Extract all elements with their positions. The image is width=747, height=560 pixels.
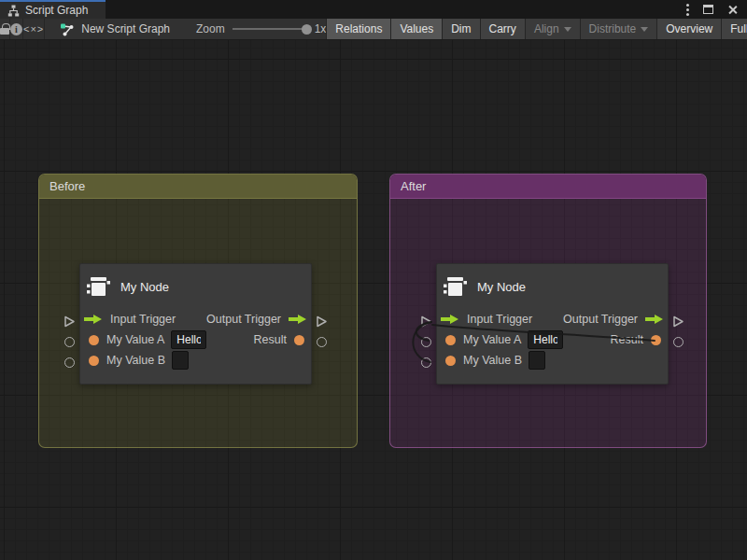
value-b-input[interactable] [172, 351, 189, 370]
toggle-dim-button[interactable]: Dim [442, 19, 479, 39]
code-brackets-icon: <×> [23, 23, 44, 35]
node-header[interactable]: My Node [437, 264, 668, 309]
value-input-port-icon[interactable] [89, 356, 99, 366]
value-input-connector-icon[interactable] [421, 337, 431, 347]
script-graph-icon [7, 5, 20, 17]
graph-asset-icon [60, 22, 75, 36]
group-title: Before [49, 179, 85, 193]
relations-label: Relations [335, 22, 382, 35]
chevron-down-icon [564, 27, 571, 32]
value-a-label: My Value A [463, 333, 521, 346]
result-label: Result [611, 333, 643, 346]
node-my-node-after[interactable]: My Node Input Trigger Output Trigger My … [436, 263, 669, 385]
window-tab-bar: Script Graph [0, 0, 747, 19]
node-title: My Node [120, 280, 169, 294]
zoom-value: 1x [315, 22, 327, 35]
zoom-slider-knob[interactable] [302, 24, 312, 35]
value-a-port-row: My Value A Result [80, 329, 311, 350]
value-b-port-row: My Value B [80, 350, 311, 371]
graph-name-label: New Script Graph [81, 22, 170, 35]
node-my-node-before[interactable]: My Node Input Trigger Output Trigger My … [79, 263, 312, 385]
value-b-label: My Value B [463, 354, 522, 367]
toggle-values-button[interactable]: Values [390, 19, 442, 39]
overview-button[interactable]: Overview [656, 19, 721, 39]
value-b-port-row: My Value B [437, 350, 668, 371]
value-b-label: My Value B [106, 354, 165, 367]
control-input-connector-icon[interactable] [420, 315, 432, 328]
value-a-port-row: My Value A Result [437, 329, 668, 350]
carry-label: Carry [489, 22, 516, 35]
zoom-slider[interactable] [233, 28, 307, 30]
tab-title: Script Graph [25, 4, 88, 17]
unit-node-icon [443, 274, 467, 299]
maximize-icon[interactable] [703, 5, 713, 14]
value-input-port-icon[interactable] [445, 335, 456, 345]
edit-graph-button[interactable]: <×> [23, 19, 45, 39]
group-title: After [401, 179, 426, 193]
node-header[interactable]: My Node [80, 264, 311, 309]
value-input-connector-icon[interactable] [64, 337, 75, 347]
toggle-carry-button[interactable]: Carry [480, 19, 525, 39]
values-label: Values [400, 22, 433, 35]
lock-graph-button[interactable] [0, 19, 10, 39]
value-b-input[interactable] [529, 351, 545, 370]
window-menu-icon[interactable] [686, 8, 689, 11]
graph-info-button[interactable] [10, 19, 23, 39]
chevron-down-icon [641, 27, 648, 32]
zoom-control: Zoom 1x [196, 19, 326, 39]
control-in-label: Input Trigger [110, 313, 176, 326]
value-input-connector-icon[interactable] [421, 357, 431, 368]
value-a-input[interactable] [171, 330, 206, 349]
fullscreen-button[interactable]: Full Screen [721, 19, 747, 39]
value-output-connector-icon[interactable] [317, 337, 327, 347]
toggle-relations-button[interactable]: Relations [326, 19, 390, 39]
value-a-label: My Value A [106, 333, 164, 346]
control-out-label: Output Trigger [206, 313, 281, 326]
control-out-label: Output Trigger [563, 313, 638, 326]
trigger-port-row: Input Trigger Output Trigger [80, 309, 311, 329]
distribute-label: Distribute [589, 22, 637, 35]
trigger-port-row: Input Trigger Output Trigger [437, 309, 668, 329]
zoom-label: Zoom [196, 22, 225, 35]
close-icon[interactable] [727, 5, 738, 15]
control-output-connector-icon[interactable] [316, 315, 328, 328]
align-label: Align [534, 22, 559, 35]
node-title: My Node [477, 280, 526, 294]
window-controls [686, 0, 747, 19]
value-input-connector-icon[interactable] [64, 357, 75, 368]
unity-visual-scripting-window: { "window": { "tab_title": "Script Graph… [0, 0, 747, 560]
value-output-connector-icon[interactable] [673, 337, 684, 347]
value-a-input[interactable] [528, 330, 563, 349]
group-before-header[interactable]: Before [39, 175, 357, 199]
graph-toolbar: <×> New Script Graph Zoom 1x Relations V… [0, 19, 747, 40]
control-output-connector-icon[interactable] [672, 315, 684, 328]
control-input-port-icon[interactable] [441, 314, 459, 325]
info-icon [10, 23, 22, 35]
align-dropdown-button[interactable]: Align [525, 19, 580, 39]
control-input-port-icon[interactable] [84, 314, 103, 325]
group-after-header[interactable]: After [390, 175, 706, 199]
control-output-port-icon[interactable] [289, 314, 307, 325]
control-output-port-icon[interactable] [645, 314, 664, 325]
dim-label: Dim [451, 22, 471, 35]
value-input-port-icon[interactable] [89, 335, 99, 345]
overview-label: Overview [666, 22, 712, 35]
value-output-port-icon[interactable] [294, 335, 304, 345]
distribute-dropdown-button[interactable]: Distribute [580, 19, 657, 39]
tab-script-graph[interactable]: Script Graph [0, 0, 106, 19]
control-input-connector-icon[interactable] [63, 315, 76, 328]
value-output-port-icon[interactable] [651, 335, 661, 345]
unit-node-icon [86, 274, 110, 299]
fullscreen-label: Full Screen [730, 22, 747, 35]
padlock-icon [0, 28, 9, 35]
result-label: Result [254, 333, 287, 346]
graph-canvas[interactable]: Before After My Node Inpu [0, 40, 747, 560]
control-in-label: Input Trigger [467, 313, 532, 326]
value-input-port-icon[interactable] [445, 356, 456, 366]
current-graph-name: New Script Graph [60, 19, 170, 39]
